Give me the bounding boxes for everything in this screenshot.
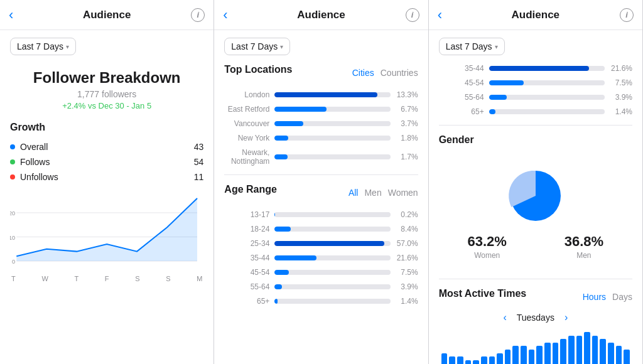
location-tab[interactable]: Cities xyxy=(352,68,374,78)
hours-tabs: HoursDays xyxy=(583,292,632,302)
bar-row: 13-17 0.2% xyxy=(224,210,418,219)
age-tab[interactable]: All xyxy=(349,188,359,198)
next-day-button[interactable]: › xyxy=(565,312,568,323)
panel-3-title: Audience xyxy=(512,9,560,21)
panel-2: ‹ Audience i Last 7 Days ▾ Top Locations… xyxy=(214,0,428,364)
women-percentage: 63.2% xyxy=(468,233,507,250)
growth-value: 43 xyxy=(194,142,204,152)
bar-track xyxy=(274,299,390,304)
panel-2-header: ‹ Audience i xyxy=(214,0,428,30)
gender-section: 63.2% Women 36.8% Men xyxy=(439,152,632,270)
back-button-2[interactable]: ‹ xyxy=(223,8,227,22)
panel-2-title: Audience xyxy=(297,9,345,21)
hour-bar xyxy=(553,343,559,364)
location-tab[interactable]: Countries xyxy=(381,68,418,78)
info-button-3[interactable]: i xyxy=(620,8,634,22)
bar-percentage: 1.4% xyxy=(610,107,632,116)
chart-label: T xyxy=(11,275,16,282)
date-range-dropdown-3[interactable]: Last 7 Days ▾ xyxy=(439,38,505,55)
bar-label: 45-54 xyxy=(439,78,484,87)
bar-row: 35-44 21.6% xyxy=(439,64,632,73)
growth-chart: 01020 xyxy=(10,192,203,274)
panel-2-content: Last 7 Days ▾ Top Locations CitiesCountr… xyxy=(214,30,428,364)
bar-fill xyxy=(274,107,326,112)
chevron-down-icon-2: ▾ xyxy=(280,43,283,50)
gender-stats: 63.2% Women 36.8% Men xyxy=(439,233,632,260)
bar-track xyxy=(489,66,605,71)
bar-row: New York 1.8% xyxy=(224,134,418,142)
info-button-2[interactable]: i xyxy=(406,8,419,22)
hour-bar xyxy=(505,350,511,364)
bar-row: 55-64 3.9% xyxy=(224,282,418,291)
hour-bar xyxy=(592,336,598,364)
age-bar-list-p3: 35-44 21.6% 45-54 7.5% 55-64 3.9% 65+ 1.… xyxy=(439,64,632,116)
panel-3-header: ‹ Audience i xyxy=(429,0,642,30)
bar-percentage: 1.8% xyxy=(396,134,418,142)
age-tab[interactable]: Women xyxy=(388,188,418,198)
bar-track xyxy=(274,255,390,260)
bar-fill xyxy=(274,136,288,141)
bar-percentage: 21.6% xyxy=(396,254,418,262)
follower-count: 1,777 followers xyxy=(10,89,203,99)
panel-1-header: ‹ Audience i xyxy=(0,0,213,30)
hour-bar xyxy=(576,336,583,364)
hour-bar xyxy=(616,346,622,364)
bar-label: 55-64 xyxy=(224,282,269,291)
bar-label: 45-54 xyxy=(224,268,269,277)
chart-label: S xyxy=(135,275,139,282)
gender-title: Gender xyxy=(439,134,632,146)
bar-percentage: 1.7% xyxy=(396,153,418,161)
hour-bar xyxy=(529,350,535,364)
bar-label: 65+ xyxy=(439,107,484,116)
bar-row: Newark, Nottingham 1.7% xyxy=(224,148,418,166)
top-locations-header: Top Locations CitiesCountries xyxy=(224,64,418,82)
age-tab[interactable]: Men xyxy=(364,188,381,198)
bar-track xyxy=(489,80,605,85)
hour-bar xyxy=(449,356,455,364)
bar-percentage: 57.0% xyxy=(396,239,418,248)
bar-row: 35-44 21.6% xyxy=(224,254,418,262)
bar-label: East Retford xyxy=(224,105,269,114)
chart-label: W xyxy=(41,275,48,282)
hour-bar xyxy=(584,332,590,364)
hour-bar xyxy=(512,346,519,364)
chart-label: S xyxy=(166,275,170,282)
bar-label: Vancouver xyxy=(224,119,269,128)
growth-label: Unfollows xyxy=(20,172,58,182)
hours-tab[interactable]: Days xyxy=(612,292,632,302)
hours-tab[interactable]: Hours xyxy=(583,292,606,302)
back-button-1[interactable]: ‹ xyxy=(9,8,13,22)
bar-row: 55-64 3.9% xyxy=(439,93,632,102)
bar-fill xyxy=(274,121,303,126)
bar-track xyxy=(274,107,390,112)
women-label: Women xyxy=(468,251,507,260)
bar-label: Newark, Nottingham xyxy=(224,148,269,166)
prev-day-button[interactable]: ‹ xyxy=(503,312,506,323)
growth-item: Unfollows 11 xyxy=(10,169,203,185)
bar-row: 25-34 57.0% xyxy=(224,239,418,248)
bar-track xyxy=(274,136,390,141)
hour-bar xyxy=(560,339,566,364)
bar-percentage: 3.9% xyxy=(610,93,632,102)
info-button-1[interactable]: i xyxy=(191,8,205,22)
bar-percentage: 6.7% xyxy=(396,105,418,114)
growth-item: Follows 54 xyxy=(10,154,203,169)
hour-bar xyxy=(624,350,630,364)
bar-track xyxy=(274,241,390,246)
bar-fill xyxy=(274,154,288,159)
growth-title: Growth xyxy=(10,122,203,133)
top-locations-title: Top Locations xyxy=(224,64,292,75)
bar-row: 65+ 1.4% xyxy=(224,297,418,306)
back-button-3[interactable]: ‹ xyxy=(438,8,442,22)
bar-fill xyxy=(274,92,377,97)
panel-3: ‹ Audience i Last 7 Days ▾ 35-44 21.6% 4… xyxy=(429,0,643,364)
bar-percentage: 8.4% xyxy=(396,225,418,233)
date-range-dropdown-1[interactable]: Last 7 Days ▾ xyxy=(10,38,76,55)
bar-fill xyxy=(274,212,275,217)
hour-bar xyxy=(465,360,472,364)
svg-text:0: 0 xyxy=(12,259,15,265)
hour-bar xyxy=(457,356,463,364)
growth-dot xyxy=(10,159,15,164)
growth-dot xyxy=(10,144,15,149)
date-range-dropdown-2[interactable]: Last 7 Days ▾ xyxy=(224,38,290,55)
